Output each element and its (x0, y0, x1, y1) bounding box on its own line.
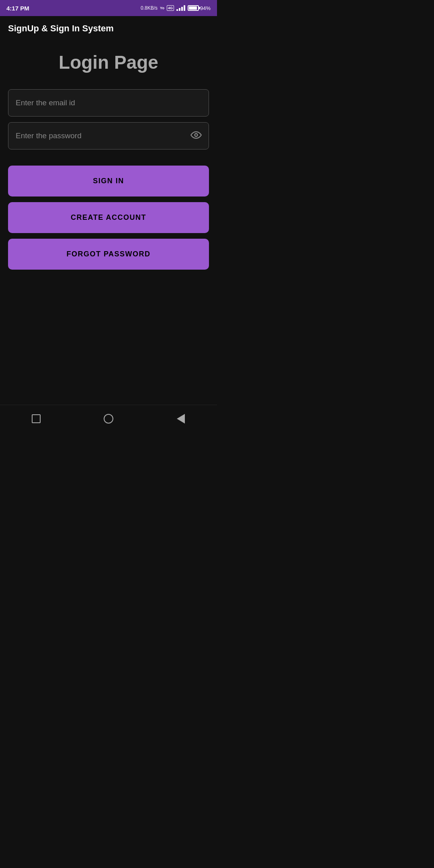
forgot-password-button[interactable]: FORGOT PASSWORD (8, 239, 209, 270)
email-input-container (8, 89, 209, 117)
back-icon (177, 414, 185, 424)
create-account-button[interactable]: CREATE ACCOUNT (8, 202, 209, 233)
svg-point-0 (195, 134, 198, 137)
battery-percent: 94% (200, 5, 211, 11)
main-content: Login Page SIGN IN CREATE ACCOUNT FORGOT… (0, 39, 217, 405)
recent-apps-button[interactable] (28, 411, 44, 427)
signal-bar-4 (184, 5, 185, 11)
home-button[interactable] (100, 411, 117, 427)
signal-bars (176, 5, 185, 11)
status-time: 4:17 PM (6, 5, 29, 12)
password-toggle-button[interactable] (190, 129, 202, 142)
battery-icon (188, 5, 199, 11)
signal-bar-1 (176, 9, 178, 11)
network-speed: 0.8KB/s (141, 5, 158, 11)
status-right: 0.8KB/s Yo 4G 94% (141, 5, 211, 11)
battery-indicator: 94% (188, 5, 211, 11)
password-input[interactable] (8, 122, 209, 149)
back-button[interactable] (173, 411, 189, 427)
form-section (8, 89, 209, 149)
password-input-container (8, 122, 209, 149)
status-bar: 4:17 PM 0.8KB/s Yo 4G 94% (0, 0, 217, 16)
email-input[interactable] (8, 89, 209, 117)
circle-icon (104, 414, 113, 424)
buttons-section: SIGN IN CREATE ACCOUNT FORGOT PASSWORD (8, 166, 209, 270)
square-icon (32, 414, 41, 423)
signal-bar-3 (181, 7, 183, 11)
page-title: Login Page (8, 51, 209, 73)
sign-in-button[interactable]: SIGN IN (8, 166, 209, 197)
app-bar: SignUp & Sign In System (0, 16, 217, 39)
battery-fill (189, 6, 197, 10)
lte-badge: 4G (167, 5, 174, 11)
app-title: SignUp & Sign In System (8, 23, 114, 33)
carrier-badge: Yo (160, 6, 164, 11)
bottom-nav (0, 405, 217, 434)
signal-bar-2 (179, 8, 180, 11)
eye-icon (190, 129, 202, 141)
